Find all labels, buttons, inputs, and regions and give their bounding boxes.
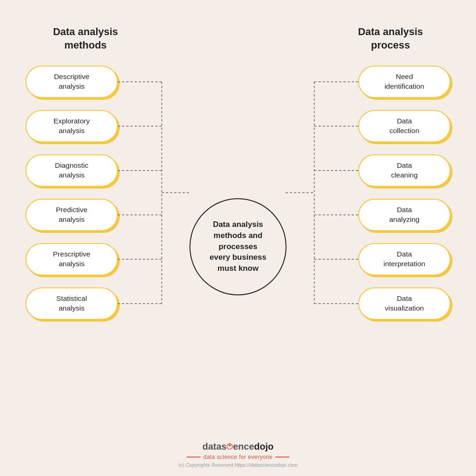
left-header: Data analysismethods xyxy=(39,25,132,52)
pill-prescriptive: Prescriptiveanalysis xyxy=(25,243,118,275)
pill-data-interpretation: Datainterpretation xyxy=(358,243,451,275)
pill-descriptive: Descriptiveanalysis xyxy=(25,66,118,98)
tagline-line-left xyxy=(187,457,201,458)
footer: data s ence dojo data science for everyo… xyxy=(0,441,476,476)
logo-dojo-text: dojo xyxy=(254,441,274,452)
logo-data-text: data xyxy=(202,441,221,452)
pill-statistical: Statisticalanalysis xyxy=(25,287,118,320)
pill-diagnostic: Diagnosticanalysis xyxy=(25,154,118,187)
headers: Data analysismethods Data analysisproces… xyxy=(0,0,476,52)
logo-icon xyxy=(226,443,233,450)
pill-data-cleaning: Datacleaning xyxy=(358,154,451,187)
pill-data-collection: Datacollection xyxy=(358,110,451,142)
svg-point-18 xyxy=(229,446,230,447)
pill-data-visualization: Datavisualization xyxy=(358,287,451,320)
diagram-area: Descriptiveanalysis Exploratoryanalysis … xyxy=(0,52,476,441)
tagline-line-right xyxy=(275,457,289,458)
tagline-text: data science for everyone xyxy=(203,454,273,460)
right-header: Data analysisprocess xyxy=(344,25,437,52)
logo-ence-text: ence xyxy=(233,441,254,452)
pill-data-analyzing: Dataanalyzing xyxy=(358,199,451,231)
right-column: Needidentification Datacollection Datacl… xyxy=(358,66,451,320)
pill-exploratory: Exploratoryanalysis xyxy=(25,110,118,142)
pill-need-identification: Needidentification xyxy=(358,66,451,98)
left-column: Descriptiveanalysis Exploratoryanalysis … xyxy=(25,66,118,320)
main-container: Data analysismethods Data analysisproces… xyxy=(0,0,476,476)
logo-sci-text: s xyxy=(221,441,226,452)
logo-tagline: data science for everyone xyxy=(187,454,289,460)
logo: data s ence dojo xyxy=(202,441,274,452)
pill-predictive: Predictiveanalysis xyxy=(25,199,118,231)
copyright-text: (c) Copyrights Reserved https://datascie… xyxy=(178,462,298,468)
center-circle: Data analysismethods andprocessesevery b… xyxy=(189,198,287,295)
